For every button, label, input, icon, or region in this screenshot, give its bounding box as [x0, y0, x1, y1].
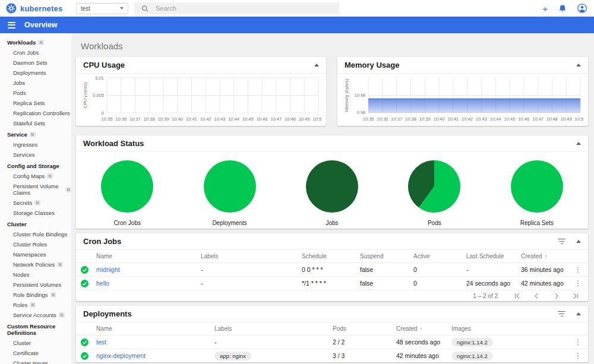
add-icon[interactable]: + [542, 4, 548, 13]
sidebar-item-label: Services [13, 151, 34, 158]
column-header-name[interactable]: Name [96, 325, 214, 332]
svg-text:10:37: 10:37 [129, 116, 141, 122]
labels-cell: app: nginx [214, 352, 333, 360]
sidebar-item-network-policies[interactable]: Network PoliciesN [7, 259, 71, 270]
svg-text:10 Mi: 10 Mi [355, 93, 366, 98]
cpu-usage-card-title: CPU Usage [83, 61, 125, 69]
row-menu-button[interactable]: ⋮ [571, 266, 588, 273]
sidebar-item-namespaces[interactable]: Namespaces [7, 249, 71, 259]
pie-label: Pods [428, 220, 441, 226]
svg-text:0 Mi: 0 Mi [357, 110, 366, 116]
svg-text:10:42: 10:42 [462, 116, 473, 122]
resource-link[interactable]: nginx-deployment [96, 352, 214, 359]
sidebar-item-nodes[interactable]: Nodes [7, 270, 71, 280]
sidebar-item-ingresses[interactable]: Ingresses [7, 140, 71, 150]
svg-text:Memory (bytes): Memory (bytes) [344, 78, 349, 112]
menu-icon[interactable] [8, 22, 15, 29]
sidebar-item-cluster-issuer[interactable]: Cluster Issuer [7, 358, 71, 364]
workload-pie-cron-jobs: Cron Jobs [100, 160, 154, 226]
column-header-images[interactable]: Images [451, 325, 571, 332]
row-menu-button[interactable]: ⋮ [571, 280, 588, 287]
column-header-labels[interactable]: Labels [201, 253, 302, 259]
labels-cell: - [201, 280, 302, 287]
label-chip: app: nginx [214, 352, 251, 360]
sidebar-item-label: Ingresses [13, 141, 37, 148]
sidebar-item-cron-jobs[interactable]: Cron Jobs [7, 48, 71, 58]
column-header-schedule[interactable]: Schedule [302, 253, 360, 259]
notifications-icon[interactable] [558, 4, 567, 13]
row-menu-button[interactable]: ⋮ [571, 352, 588, 359]
sort-ascending-icon: ↑ [420, 326, 423, 332]
sidebar-section-cluster[interactable]: Cluster [7, 218, 71, 229]
sidebar-item-cluster-roles[interactable]: Cluster Roles [7, 239, 71, 249]
sidebar-item-certificate[interactable]: Certificate [7, 348, 71, 358]
resource-link[interactable]: hello [96, 280, 201, 287]
sidebar-item-cluster[interactable]: Cluster [7, 338, 71, 348]
sidebar-item-pods[interactable]: Pods [7, 88, 71, 98]
sidebar-item-persistent-volume-claims[interactable]: Persistent Volume ClaimsN [7, 181, 71, 198]
collapse-card-icon[interactable] [576, 142, 581, 145]
last-page-button[interactable] [572, 292, 580, 300]
column-header-labels[interactable]: Labels [214, 325, 333, 332]
resource-link[interactable]: test [96, 338, 214, 346]
sidebar-item-deployments[interactable]: Deployments [7, 68, 71, 78]
sidebar-item-cluster-role-bindings[interactable]: Cluster Role Bindings [7, 229, 71, 239]
sidebar-section-workloads[interactable]: WorkloadsN [7, 36, 71, 48]
sidebar-item-storage-classes[interactable]: Storage Classes [7, 208, 71, 218]
svg-text:10:35: 10:35 [363, 116, 374, 122]
sidebar-item-jobs[interactable]: Jobs [7, 78, 71, 88]
column-header-name[interactable]: Name [96, 253, 201, 259]
column-header-created[interactable]: Created↑ [521, 253, 571, 259]
column-header-active[interactable]: Active [413, 253, 466, 259]
collapse-card-icon[interactable] [314, 64, 319, 67]
sidebar-item-config-maps[interactable]: Config MapsN [7, 171, 71, 181]
svg-text:CPU (cores): CPU (cores) [83, 82, 88, 108]
sidebar-item-label: Roles [13, 302, 27, 308]
next-page-button[interactable] [552, 292, 560, 300]
collapse-card-icon[interactable] [576, 64, 581, 67]
sidebar-item-service-accounts[interactable]: Service AccountsN [7, 310, 71, 320]
memory-usage-card: Memory Usage 10:3510:3610:3710:3810:3910… [337, 57, 588, 126]
search-icon [141, 5, 148, 12]
sidebar-section-custom-resource-definitions[interactable]: Custom Resource Definitions [7, 320, 71, 338]
sidebar-item-persistent-volumes[interactable]: Persistent Volumes [7, 280, 71, 290]
namespaced-badge: N [38, 40, 44, 45]
sidebar-item-replica-sets[interactable]: Replica Sets [7, 98, 71, 108]
account-icon[interactable] [577, 4, 587, 13]
filter-icon[interactable] [558, 311, 565, 317]
column-header-last-schedule[interactable]: Last Schedule [466, 253, 521, 259]
row-menu-button[interactable]: ⋮ [571, 338, 588, 346]
column-header-created[interactable]: Created↑ [396, 325, 451, 332]
namespace-selector[interactable]: test [76, 3, 128, 14]
svg-text:10:45: 10:45 [242, 116, 254, 122]
column-header-suspend[interactable]: Suspend [360, 253, 413, 259]
success-icon [81, 280, 89, 287]
resource-link[interactable]: midnight [96, 266, 201, 273]
sidebar-item-replication-controllers[interactable]: Replication Controllers [7, 108, 71, 118]
sidebar-item-label: Pods [13, 90, 26, 96]
sidebar-section-config-and-storage[interactable]: Config and Storage [7, 160, 71, 171]
pie-label: Deployments [212, 220, 247, 226]
workload-pie-deployments: Deployments [203, 160, 257, 226]
sidebar-item-role-bindings[interactable]: Role BindingsN [7, 290, 71, 300]
search-bar[interactable] [134, 2, 339, 14]
column-header-pods[interactable]: Pods [333, 325, 396, 332]
image-chip: nginx:1.14.2 [451, 352, 493, 360]
collapse-card-icon[interactable] [576, 240, 581, 243]
first-page-button[interactable] [513, 292, 521, 300]
sidebar-item-daemon-sets[interactable]: Daemon Sets [7, 58, 71, 68]
previous-page-button[interactable] [533, 292, 541, 300]
sidebar-section-service[interactable]: ServiceN [7, 128, 71, 140]
sidebar-item-roles[interactable]: RolesN [7, 300, 71, 310]
sidebar-item-label: Deployments [13, 69, 46, 76]
sidebar-item-stateful-sets[interactable]: Stateful Sets [7, 118, 71, 128]
sidebar-item-services[interactable]: Services [7, 150, 71, 160]
filter-icon[interactable] [558, 239, 565, 245]
namespaced-badge: N [57, 262, 63, 267]
deployments-card: Deployments NameLabelsPodsCreated↑Images… [76, 306, 588, 362]
sidebar-item-secrets[interactable]: SecretsN [7, 198, 71, 208]
collapse-card-icon[interactable] [576, 312, 581, 315]
search-input[interactable] [156, 5, 332, 12]
svg-text:10:39: 10:39 [419, 116, 431, 122]
table-row: hello-*/1 * * * *false024 seconds ago42 … [76, 276, 588, 290]
